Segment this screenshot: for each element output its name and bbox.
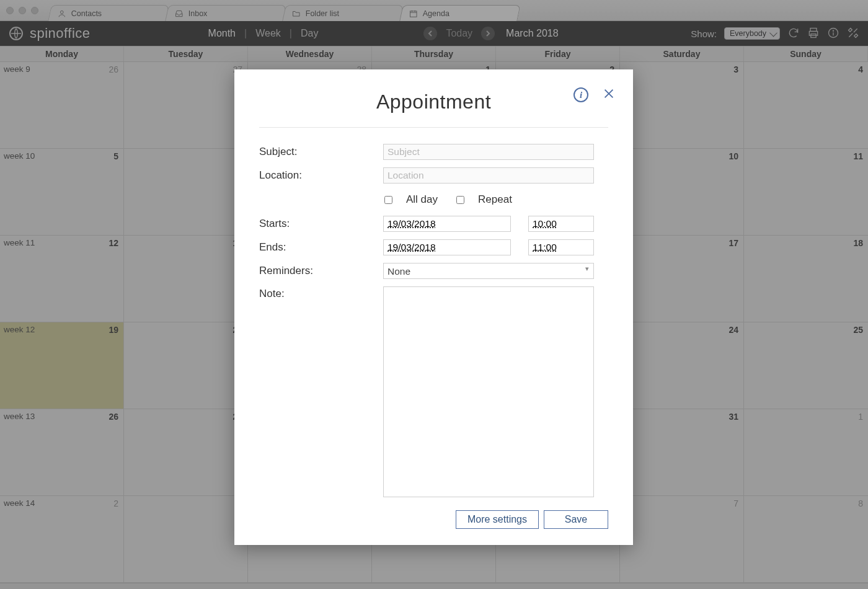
start-date-input[interactable] (383, 216, 511, 232)
repeat-label: Repeat (478, 193, 512, 206)
location-label: Location: (259, 169, 383, 182)
note-label: Note: (259, 286, 383, 300)
location-input[interactable] (383, 167, 594, 184)
ends-label: Ends: (259, 241, 383, 254)
reminders-select[interactable]: None (383, 263, 594, 279)
allday-checkbox[interactable] (384, 196, 392, 204)
start-time-input[interactable] (528, 216, 594, 232)
subject-label: Subject: (259, 146, 383, 158)
close-icon[interactable] (602, 87, 616, 103)
save-button[interactable]: Save (544, 510, 608, 529)
info-icon[interactable]: i (574, 87, 588, 102)
subject-input[interactable] (383, 144, 594, 160)
divider (259, 127, 608, 128)
more-settings-button[interactable]: More settings (456, 510, 539, 529)
note-textarea[interactable] (383, 286, 594, 497)
repeat-checkbox[interactable] (456, 196, 464, 204)
end-time-input[interactable] (528, 239, 594, 255)
reminders-label: Reminders: (259, 265, 383, 277)
modal-title: Appointment (259, 91, 608, 113)
allday-label: All day (406, 193, 438, 206)
appointment-modal: i Appointment Subject: Location: All day… (234, 69, 633, 545)
end-date-input[interactable] (383, 239, 511, 255)
starts-label: Starts: (259, 218, 383, 230)
